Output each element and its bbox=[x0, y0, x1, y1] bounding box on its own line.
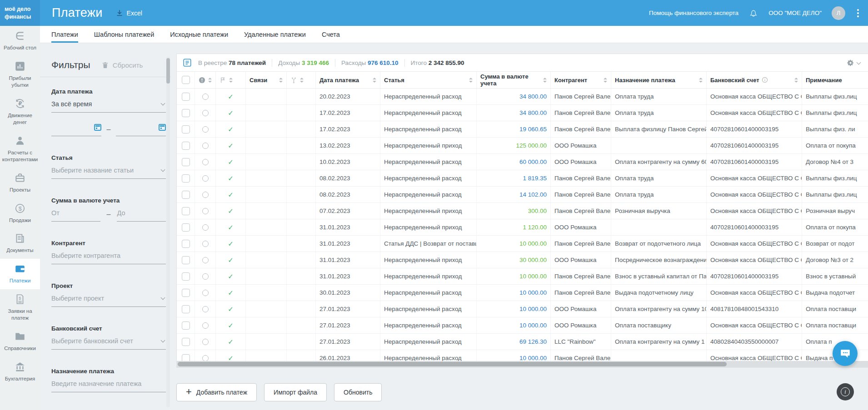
row-checkbox[interactable] bbox=[182, 207, 190, 215]
row-checkbox[interactable] bbox=[182, 272, 190, 281]
app-logo[interactable]: моё дело финансы bbox=[0, 0, 40, 26]
table-row[interactable]: ✓ 13.02.2023 Нераспределенный приход 125… bbox=[177, 138, 868, 154]
add-payment-button[interactable]: + Добавить платеж bbox=[176, 383, 257, 401]
sort-links[interactable] bbox=[279, 78, 283, 83]
sort-split[interactable] bbox=[300, 78, 304, 83]
amount-from-input[interactable]: От bbox=[51, 209, 100, 222]
filters-reset-button[interactable]: Сбросить bbox=[101, 61, 143, 69]
payment-amount[interactable]: 10 000.00 bbox=[477, 268, 551, 284]
date-from-input[interactable] bbox=[51, 123, 101, 136]
payment-amount[interactable]: 34 800.00 bbox=[477, 105, 551, 121]
payment-amount[interactable]: 10 000.00 bbox=[477, 285, 551, 301]
sidebar-item-counterparties[interactable]: Расчеты с контрагентами bbox=[0, 131, 40, 168]
kebab-menu-icon[interactable] bbox=[855, 7, 861, 19]
row-checkbox[interactable] bbox=[182, 338, 190, 346]
row-checkbox[interactable] bbox=[182, 142, 190, 150]
horizontal-scrollbar-thumb[interactable] bbox=[178, 362, 727, 366]
filter-article-select[interactable]: Выберите название статьи bbox=[51, 167, 166, 179]
expert-help-link[interactable]: Помощь финансового эксперта bbox=[649, 10, 738, 16]
tab-payments[interactable]: Платежи bbox=[51, 26, 78, 43]
payment-amount[interactable]: 125 000.00 bbox=[477, 138, 551, 153]
sort-bank[interactable] bbox=[794, 78, 798, 83]
sidebar-item-payment-requests[interactable]: $ Заявки на платеж bbox=[0, 289, 40, 326]
row-checkbox[interactable] bbox=[182, 93, 190, 101]
row-checkbox[interactable] bbox=[182, 256, 190, 264]
sidebar-item-money-flow[interactable]: ₽ Движение денег bbox=[0, 94, 40, 131]
payment-amount[interactable]: 14 102.00 bbox=[477, 187, 551, 203]
chat-button[interactable] bbox=[833, 341, 858, 366]
help-button[interactable]: i bbox=[837, 383, 854, 400]
row-checkbox[interactable] bbox=[182, 305, 190, 313]
sort-counterparty[interactable] bbox=[604, 78, 607, 83]
select-all-checkbox[interactable] bbox=[182, 76, 190, 84]
sidebar-item-accounting[interactable]: Бухгалтерия bbox=[0, 357, 40, 387]
bell-icon[interactable] bbox=[748, 8, 758, 18]
row-checkbox[interactable] bbox=[182, 321, 190, 330]
amount-to-input[interactable]: До bbox=[117, 209, 166, 222]
tab-deleted-payments[interactable]: Удаленные платежи bbox=[244, 26, 306, 43]
payment-amount[interactable]: 30 000.00 bbox=[477, 252, 551, 268]
calendar-icon[interactable] bbox=[94, 124, 101, 131]
tab-payment-templates[interactable]: Шаблоны платежей bbox=[94, 26, 154, 43]
table-row[interactable]: ✓ 26.01.2023 Нераспределенный расход 10 … bbox=[177, 350, 868, 361]
table-row[interactable]: ✓ 27.01.2023 Нераспределенный расход 69 … bbox=[177, 334, 868, 350]
payment-amount[interactable]: 1 819.35 bbox=[477, 170, 551, 186]
payment-amount[interactable]: 19 060.65 bbox=[477, 121, 551, 137]
table-row[interactable]: ✓ 27.01.2023 Нераспределенный расход 10 … bbox=[177, 301, 868, 317]
filter-bank-account-select[interactable]: Выберите банковский счет bbox=[51, 337, 166, 350]
table-row[interactable]: ✓ 27.01.2023 Нераспределенный расход 10 … bbox=[177, 317, 868, 334]
calendar-icon[interactable] bbox=[159, 124, 166, 131]
sidebar-item-sales[interactable]: $ Продажи bbox=[0, 198, 40, 229]
payment-amount[interactable]: 10 000.00 bbox=[477, 301, 551, 317]
refresh-button[interactable]: Обновить bbox=[334, 383, 382, 401]
sort-purpose[interactable] bbox=[699, 78, 703, 83]
sidebar-item-directories[interactable]: Справочники bbox=[0, 326, 40, 357]
row-checkbox[interactable] bbox=[182, 109, 190, 117]
row-checkbox[interactable] bbox=[182, 223, 190, 232]
table-row[interactable]: ✓ 31.01.2023 Нераспределенный приход 1 1… bbox=[177, 219, 868, 236]
sort-confirmed[interactable] bbox=[229, 78, 233, 83]
filters-scrollbar[interactable] bbox=[166, 57, 170, 407]
sort-article[interactable] bbox=[469, 78, 473, 83]
sidebar-item-payments[interactable]: Платежи bbox=[0, 259, 40, 289]
payment-amount[interactable]: 10 000.00 bbox=[477, 236, 551, 252]
horizontal-scrollbar[interactable] bbox=[177, 361, 868, 367]
filter-date-select[interactable]: За всё время bbox=[51, 100, 166, 113]
sidebar-item-projects[interactable]: Проекты bbox=[0, 168, 40, 198]
row-checkbox[interactable] bbox=[182, 158, 190, 166]
table-row[interactable]: ✓ 31.01.2023 Статья ДДС | Возврат от пос… bbox=[177, 236, 868, 252]
table-row[interactable]: ✓ 30.01.2023 Нераспределенный расход 10 … bbox=[177, 285, 868, 301]
table-row[interactable]: ✓ 10.02.2023 Нераспределенный расход 60 … bbox=[177, 154, 868, 170]
table-settings-button[interactable] bbox=[847, 59, 862, 67]
table-row[interactable]: ✓ 17.02.2023 Нераспределенный расход 19 … bbox=[177, 121, 868, 138]
excel-export-button[interactable]: Excel bbox=[115, 9, 142, 17]
table-row[interactable]: ✓ 20.02.2023 Нераспределенный расход 34 … bbox=[177, 89, 868, 105]
row-checkbox[interactable] bbox=[182, 125, 190, 133]
filter-purpose-input[interactable]: Введите назначение платежа bbox=[51, 380, 166, 392]
sort-amount[interactable] bbox=[543, 78, 547, 83]
payment-amount[interactable]: 1 120.00 bbox=[477, 219, 551, 235]
tab-source-payments[interactable]: Исходные платежи bbox=[170, 26, 228, 43]
table-row[interactable]: ✓ 31.01.2023 Нераспределенный приход 10 … bbox=[177, 268, 868, 285]
row-checkbox[interactable] bbox=[182, 289, 190, 297]
filter-counterparty-input[interactable]: Выберите контрагента bbox=[51, 252, 166, 264]
row-checkbox[interactable] bbox=[182, 354, 190, 361]
table-row[interactable]: ✓ 17.02.2023 Нераспределенный расход 34 … bbox=[177, 105, 868, 121]
table-row[interactable]: ✓ 08.02.2023 Нераспределенный расход 14 … bbox=[177, 187, 868, 203]
payment-amount[interactable]: 300.00 bbox=[477, 203, 551, 219]
row-checkbox[interactable] bbox=[182, 174, 190, 183]
filter-project-select[interactable]: Выберите проект bbox=[51, 295, 166, 307]
table-row[interactable]: ✓ 08.02.2023 Нераспределенный расход 1 8… bbox=[177, 170, 868, 187]
table-row[interactable]: ✓ 07.02.2023 Нераспределенный приход 300… bbox=[177, 203, 868, 219]
company-name[interactable]: ООО "МОЕ ДЕЛО" bbox=[768, 10, 822, 16]
payment-amount[interactable]: 34 800.00 bbox=[477, 89, 551, 104]
sort-status[interactable] bbox=[208, 78, 212, 83]
tab-accounts[interactable]: Счета bbox=[322, 26, 340, 43]
sidebar-item-documents[interactable]: Документы bbox=[0, 228, 40, 259]
row-checkbox[interactable] bbox=[182, 191, 190, 199]
payment-amount[interactable]: 10 000.00 bbox=[477, 350, 551, 361]
sidebar-item-desktop[interactable]: Рабочий стол bbox=[0, 26, 40, 56]
row-checkbox[interactable] bbox=[182, 240, 190, 248]
sidebar-item-profit-loss[interactable]: Прибыли убытки bbox=[0, 56, 40, 94]
import-file-button[interactable]: Импорт файла bbox=[264, 383, 327, 401]
